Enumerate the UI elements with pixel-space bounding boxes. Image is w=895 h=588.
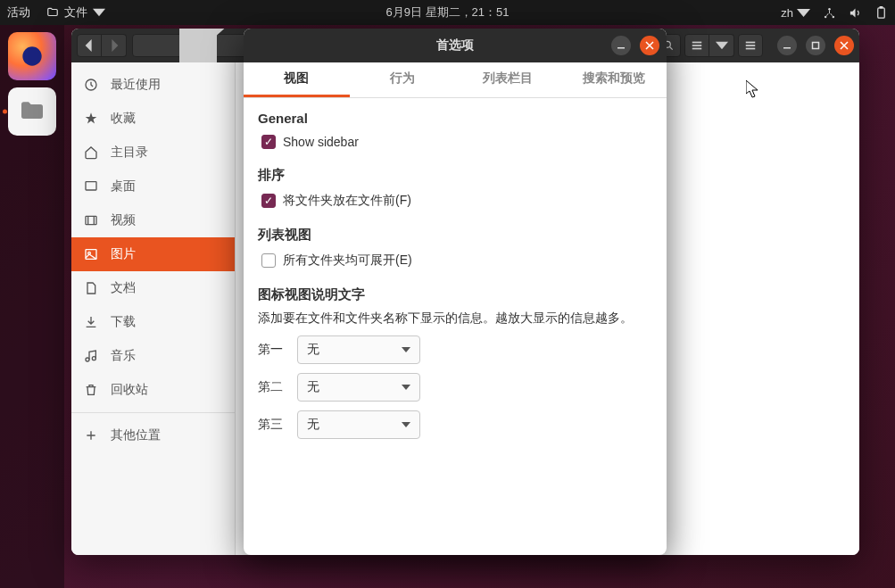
- chevron-down-icon: [716, 39, 728, 52]
- close-icon: [645, 41, 654, 50]
- sidebar-separator: [71, 412, 235, 413]
- chevron-down-icon: [93, 6, 105, 19]
- listview-heading: 列表视图: [258, 227, 652, 244]
- music-icon: [84, 349, 98, 363]
- dock-files[interactable]: [8, 87, 56, 136]
- svg-rect-7: [692, 42, 702, 44]
- show-sidebar-row[interactable]: Show sidebar: [258, 133, 652, 151]
- expand-all-checkbox[interactable]: [261, 253, 276, 268]
- back-button[interactable]: [77, 34, 102, 57]
- prefs-close-button[interactable]: [640, 36, 659, 55]
- svg-point-2: [833, 15, 835, 18]
- tab-view[interactable]: 视图: [244, 62, 350, 97]
- expand-all-label: 所有文件夹均可展开(E): [283, 253, 412, 269]
- chevron-down-icon: [797, 6, 810, 20]
- caption-row-2: 第二 无: [258, 373, 652, 402]
- chevron-down-icon: [402, 420, 410, 429]
- svg-rect-22: [617, 47, 625, 49]
- chevron-right-icon: [108, 39, 120, 52]
- sidebar-item-recent[interactable]: 最近使用: [71, 68, 235, 102]
- folders-first-checkbox[interactable]: [261, 194, 276, 208]
- tab-list-columns[interactable]: 列表栏目: [455, 62, 561, 97]
- battery-icon[interactable]: [874, 6, 888, 20]
- maximize-button[interactable]: [806, 36, 825, 55]
- app-menu[interactable]: 文件: [46, 4, 105, 21]
- folder-icon: [46, 6, 59, 19]
- minimize-icon: [617, 41, 626, 50]
- chevron-left-icon: [83, 39, 95, 52]
- download-icon: [84, 315, 98, 329]
- maximize-icon: [811, 41, 820, 50]
- trash-icon: [84, 383, 98, 397]
- caption-row-3: 第三 无: [258, 410, 652, 439]
- folders-first-row[interactable]: 将文件夹放在文件前(F): [258, 191, 652, 211]
- svg-rect-4: [880, 6, 883, 7]
- sort-heading: 排序: [258, 167, 652, 184]
- sidebar-item-downloads[interactable]: 下载: [71, 305, 235, 339]
- sidebar-item-starred[interactable]: 收藏: [71, 102, 235, 136]
- home-icon: [84, 145, 98, 160]
- caption-label-3: 第三: [258, 417, 285, 433]
- sidebar-item-trash[interactable]: 回收站: [71, 373, 235, 407]
- caption-combo-2[interactable]: 无: [297, 373, 420, 402]
- svg-point-0: [828, 7, 831, 10]
- clock-icon: [84, 78, 98, 92]
- svg-rect-3: [878, 7, 885, 17]
- svg-rect-8: [692, 45, 702, 46]
- clock[interactable]: 6月9日 星期二，21：51: [386, 4, 510, 21]
- svg-point-1: [825, 15, 827, 18]
- prefs-titlebar[interactable]: 首选项: [244, 29, 667, 62]
- sidebar-item-desktop[interactable]: 桌面: [71, 170, 235, 203]
- svg-rect-12: [746, 48, 756, 50]
- volume-icon[interactable]: [849, 6, 862, 20]
- image-icon: [84, 247, 98, 261]
- caption-combo-3[interactable]: 无: [297, 410, 420, 439]
- sidebar-item-other[interactable]: 其他位置: [71, 418, 235, 452]
- sidebar-item-pictures[interactable]: 图片: [71, 237, 235, 271]
- svg-rect-13: [783, 47, 791, 49]
- svg-rect-10: [746, 42, 756, 44]
- svg-rect-16: [86, 182, 96, 190]
- close-button[interactable]: [834, 36, 854, 55]
- view-list-button[interactable]: [684, 34, 709, 57]
- sidebar-item-music[interactable]: 音乐: [71, 339, 235, 373]
- dock-firefox[interactable]: [8, 32, 56, 80]
- ime-indicator[interactable]: zh: [781, 6, 810, 20]
- menu-icon: [744, 39, 757, 52]
- prefs-content: General Show sidebar 排序 将文件夹放在文件前(F) 列表视…: [244, 98, 667, 468]
- svg-point-21: [92, 357, 95, 360]
- sidebar-item-videos[interactable]: 视频: [71, 203, 235, 237]
- folders-first-label: 将文件夹放在文件前(F): [283, 193, 411, 209]
- tab-behavior[interactable]: 行为: [350, 62, 456, 97]
- general-heading: General: [258, 111, 652, 126]
- forward-button[interactable]: [102, 34, 127, 57]
- prefs-minimize-button[interactable]: [611, 36, 631, 55]
- caption-combo-1[interactable]: 无: [297, 335, 420, 364]
- captions-desc: 添加要在文件和文件夹名称下显示的信息。越放大显示的信息越多。: [258, 311, 652, 327]
- sidebar-item-documents[interactable]: 文档: [71, 271, 235, 305]
- star-icon: [84, 112, 98, 126]
- svg-point-20: [86, 358, 89, 361]
- tab-search-preview[interactable]: 搜索和预览: [561, 62, 667, 97]
- activities-button[interactable]: 活动: [7, 4, 30, 21]
- document-icon: [84, 281, 98, 295]
- network-icon[interactable]: [823, 6, 836, 20]
- view-dropdown-button[interactable]: [709, 34, 734, 57]
- captions-heading: 图标视图说明文字: [258, 286, 652, 303]
- preferences-dialog: 首选项 视图 行为 列表栏目 搜索和预览 General Show sideba…: [244, 29, 667, 555]
- prefs-tabs: 视图 行为 列表栏目 搜索和预览: [244, 62, 667, 98]
- expand-all-row[interactable]: 所有文件夹均可展开(E): [258, 251, 652, 270]
- sidebar-item-home[interactable]: 主目录: [71, 136, 235, 170]
- app-menu-label: 文件: [64, 4, 87, 21]
- files-icon: [18, 97, 46, 126]
- show-sidebar-checkbox[interactable]: [261, 135, 276, 149]
- svg-point-5: [22, 46, 41, 65]
- show-sidebar-label: Show sidebar: [283, 135, 359, 149]
- close-icon: [840, 41, 849, 50]
- minimize-icon: [783, 41, 791, 50]
- hamburger-menu-button[interactable]: [738, 34, 763, 57]
- svg-rect-11: [746, 45, 756, 46]
- caption-label-2: 第二: [258, 379, 285, 395]
- minimize-button[interactable]: [777, 36, 797, 55]
- chevron-down-icon: [402, 345, 410, 354]
